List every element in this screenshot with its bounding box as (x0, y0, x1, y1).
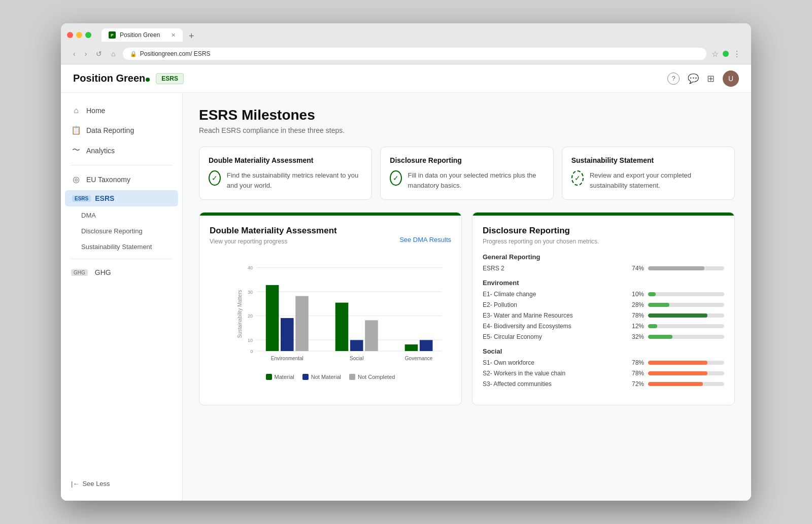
milestone-card-dma-body: ✓ Find the sustainability metrics releva… (209, 170, 362, 190)
progress-bar-bg-e3 (648, 313, 724, 318)
profile-dot (723, 51, 729, 57)
chart-area: Sustainability Matters 40 (238, 258, 451, 370)
forward-button[interactable]: › (83, 49, 89, 59)
address-bar[interactable]: 🔒 Positiongreen.com/ ESRS (123, 48, 706, 60)
progress-bar-bg-e5 (648, 335, 724, 339)
dma-panel-titles: Double Materiality Assessment View your … (210, 226, 337, 253)
progress-pct-s1: 78% (626, 359, 644, 366)
milestone-card-sustainability-title: Sustainability Statement (571, 156, 725, 164)
browser-actions: ☆ ⋮ (712, 49, 741, 59)
browser-window: P Position Green ✕ + ‹ › ↺ ⌂ 🔒 Positiong… (61, 23, 751, 501)
progress-label-s3: S3- Affected communities (483, 380, 622, 388)
app-body: ⌂ Home 📋 Data Reporting 〜 Analytics ◎ EU… (61, 93, 751, 501)
disclosure-panel-title: Disclosure Reporting (483, 226, 724, 236)
disclosure-section-social-title: Social (483, 347, 724, 355)
sidebar-item-home[interactable]: ⌂ Home (61, 101, 182, 120)
see-dma-results-link[interactable]: See DMA Results (399, 236, 451, 243)
progress-row-s3: S3- Affected communities 72% (483, 380, 724, 388)
svg-text:20: 20 (248, 313, 253, 319)
progress-bar-fill-e2 (648, 303, 669, 307)
progress-pct-e3: 78% (626, 312, 644, 319)
legend-not-completed-label: Not Completed (358, 374, 395, 380)
sidebar-item-dma[interactable]: DMA (61, 207, 182, 223)
progress-label-e1: E1- Climate change (483, 291, 622, 298)
milestone-card-dma: Double Materiality Assessment ✓ Find the… (199, 147, 372, 200)
chat-icon[interactable]: 💬 (688, 73, 699, 84)
chart-y-axis-label: Sustainability Matters (237, 290, 243, 338)
progress-bar-bg-s1 (648, 361, 724, 365)
avatar[interactable]: U (723, 71, 739, 87)
legend-not-material: Not Material (302, 374, 341, 380)
sidebar-item-analytics[interactable]: 〜 Analytics (61, 140, 182, 161)
progress-bar-bg-esrs2 (648, 266, 724, 270)
legend-not-material-label: Not Material (311, 374, 341, 380)
progress-row-s2: S2- Workers in the value chain 78% (483, 370, 724, 377)
close-button[interactable] (67, 32, 73, 38)
progress-pct-e5: 32% (626, 333, 644, 340)
progress-bar-fill-s2 (648, 371, 707, 375)
home-icon: ⌂ (71, 106, 81, 115)
home-button[interactable]: ⌂ (109, 49, 117, 59)
help-icon[interactable]: ? (667, 73, 680, 85)
progress-label-esrs2: ESRS 2 (483, 265, 622, 272)
reload-button[interactable]: ↺ (94, 49, 104, 59)
progress-bar-bg-e4 (648, 324, 724, 328)
page-title: ESRS Milestones (199, 107, 735, 123)
progress-bar-fill-e4 (648, 324, 657, 328)
progress-row-e4: E4- Biodiversity and Ecosystems 12% (483, 323, 724, 330)
progress-pct-e2: 28% (626, 301, 644, 308)
progress-label-e3: E3- Water and Marine Resources (483, 312, 622, 319)
milestone-card-sustainability-text: Review and export your completed sustain… (590, 170, 725, 190)
minimize-button[interactable] (76, 32, 82, 38)
milestone-card-disclosure: Disclosure Reporting ✓ Fill in data on y… (380, 147, 553, 200)
svg-rect-16 (405, 344, 418, 351)
svg-text:Governance: Governance (405, 356, 433, 361)
sidebar-esrs-label: ESRS (95, 194, 114, 202)
back-button[interactable]: ‹ (71, 49, 78, 59)
disclosure-section-environment: Enviroment E1- Climate change 10% E2 (483, 279, 724, 340)
svg-text:Environmental: Environmental (271, 356, 303, 361)
sidebar-item-eu-taxonomy[interactable]: ◎ EU Taxonomy (61, 169, 182, 189)
tab-close-button[interactable]: ✕ (171, 32, 176, 39)
sidebar-item-eu-taxonomy-label: EU Taxonomy (86, 176, 130, 184)
svg-rect-11 (281, 318, 294, 351)
analytics-icon: 〜 (71, 145, 81, 156)
sidebar-divider-2 (71, 259, 172, 259)
sidebar-item-disclosure-reporting[interactable]: Disclosure Reporting (61, 223, 182, 239)
tab-title: Position Green (120, 31, 160, 39)
grid-icon[interactable]: ⊞ (707, 73, 715, 84)
logo-text: Position Green (73, 73, 150, 84)
esrs-tag: ESRS (72, 195, 91, 202)
dma-panel-header: Double Materiality Assessment View your … (210, 226, 451, 253)
dma-panel-subtitle: View your reporting progress (210, 238, 337, 245)
browser-tab[interactable]: P Position Green ✕ (101, 28, 183, 42)
sidebar-item-ghg[interactable]: GHG GHG (61, 263, 182, 282)
browser-controls: P Position Green ✕ + (67, 28, 745, 42)
sidebar-item-esrs[interactable]: ESRS ESRS (65, 190, 178, 206)
progress-bar-bg-s2 (648, 371, 724, 375)
progress-pct-s3: 72% (626, 380, 644, 388)
svg-rect-12 (295, 296, 309, 351)
see-less-icon: |← (71, 480, 79, 487)
progress-bar-fill-esrs2 (648, 266, 704, 270)
disclosure-section-general: General Reporting ESRS 2 74% (483, 253, 724, 272)
sidebar: ⌂ Home 📋 Data Reporting 〜 Analytics ◎ EU… (61, 93, 183, 501)
progress-label-e4: E4- Biodiversity and Ecosystems (483, 323, 622, 330)
bookmark-icon[interactable]: ☆ (712, 49, 719, 59)
legend-material-dot (266, 374, 272, 380)
see-less-button[interactable]: |← See Less (61, 475, 182, 493)
sidebar-item-sustainability-statement[interactable]: Sustainability Statement (61, 239, 182, 255)
svg-text:0: 0 (250, 349, 253, 354)
sidebar-item-data-reporting[interactable]: 📋 Data Reporting (61, 120, 182, 140)
svg-text:30: 30 (248, 290, 253, 295)
new-tab-button[interactable]: + (185, 31, 198, 42)
milestone-check-icon-1: ✓ (209, 170, 221, 186)
progress-row-e5: E5- Circular Economy 32% (483, 333, 724, 340)
milestone-card-disclosure-title: Disclosure Reporting (390, 156, 544, 164)
menu-icon[interactable]: ⋮ (733, 49, 741, 59)
disclosure-panel-subtitle: Progress reporting on your chosen metric… (483, 238, 724, 245)
maximize-button[interactable] (85, 32, 91, 38)
progress-row-e1: E1- Climate change 10% (483, 291, 724, 298)
logo-area: Position Green ESRS (73, 73, 184, 84)
dma-panel-content: Double Materiality Assessment View your … (199, 216, 461, 390)
